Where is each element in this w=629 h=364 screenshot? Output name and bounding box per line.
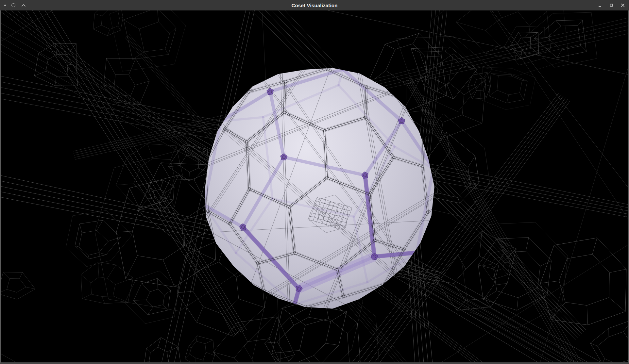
app-window: Coset Visualization — [0, 0, 629, 364]
titlebar-left-icons — [0, 3, 26, 7]
circle-icon[interactable] — [11, 3, 15, 7]
coset-3d-canvas[interactable] — [1, 10, 628, 362]
dot-icon — [4, 5, 6, 6]
maximize-button[interactable] — [608, 2, 615, 8]
close-button[interactable] — [620, 2, 626, 8]
titlebar-controls — [597, 2, 629, 8]
window-title: Coset Visualization — [0, 3, 629, 8]
minimize-button[interactable] — [597, 2, 603, 8]
maximize-icon — [609, 3, 614, 8]
viewport[interactable] — [0, 10, 629, 364]
close-icon — [620, 3, 625, 8]
titlebar[interactable]: Coset Visualization — [0, 0, 629, 10]
chevron-up-icon[interactable] — [21, 3, 26, 7]
minimize-icon — [597, 3, 603, 8]
